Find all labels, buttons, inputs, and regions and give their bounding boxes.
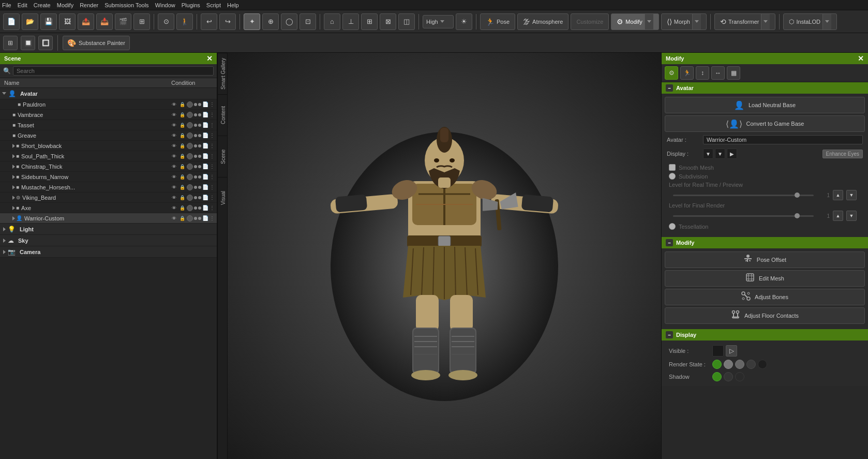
sub-btn-1[interactable]: ⊞ <box>3 36 18 50</box>
material-circle[interactable] <box>187 195 193 201</box>
file-icon[interactable]: 📄 <box>202 132 208 138</box>
undo-button[interactable]: ↩ <box>201 13 217 30</box>
atmosphere-tab[interactable]: 🌫 Atmosphere <box>517 13 568 30</box>
instalod-tab[interactable]: ⬡ InstaLOD <box>783 13 836 30</box>
visibility-icon[interactable]: 👁 <box>170 111 177 119</box>
lock-icon[interactable]: 🔒 <box>178 101 186 108</box>
lock-icon[interactable]: 🔒 <box>178 184 186 191</box>
level-realtime-thumb[interactable] <box>795 193 800 198</box>
list-item[interactable]: ■ Pauldron 👁 🔒 📄 ⋮ <box>0 99 217 110</box>
modify-tab-checker[interactable]: ▦ <box>727 66 740 80</box>
more-icon[interactable]: ⋮ <box>209 143 215 149</box>
edit-mesh-btn[interactable]: Edit Mesh <box>665 270 865 287</box>
content-tab[interactable]: Content <box>218 94 228 136</box>
instalod-tab-arrow[interactable] <box>822 14 831 29</box>
lock-icon[interactable]: 🔒 <box>178 163 186 170</box>
shadow-btn-2[interactable] <box>724 372 733 381</box>
render-slider-down-btn[interactable]: ▼ <box>846 211 857 221</box>
visibility-icon[interactable]: 👁 <box>170 122 177 129</box>
sub-btn-2[interactable]: 🔲 <box>21 36 35 50</box>
sym-tool[interactable]: ⊠ <box>380 13 396 30</box>
material-circle[interactable] <box>187 174 193 180</box>
visual-tab[interactable]: Visual <box>218 177 228 218</box>
file-icon[interactable]: 📄 <box>202 205 208 211</box>
render-state-btn-5[interactable] <box>758 360 767 369</box>
visibility-icon[interactable]: 👁 <box>170 132 177 139</box>
smart-gallery-tab[interactable]: Smart Gallery <box>218 53 228 94</box>
visible-btn-dark[interactable] <box>712 345 724 357</box>
menu-help[interactable]: Help <box>227 2 239 8</box>
menu-window[interactable]: Window <box>155 2 175 8</box>
file-icon[interactable]: 📄 <box>202 215 208 221</box>
import-button[interactable]: 📥 <box>96 13 113 30</box>
display-collapse-btn[interactable]: – <box>666 331 673 338</box>
material-circle[interactable] <box>187 112 193 118</box>
render-button[interactable]: 🎬 <box>115 13 131 30</box>
save-button[interactable]: 💾 <box>40 13 57 30</box>
modify-tab-rotate[interactable]: ↔ <box>711 66 725 80</box>
material-circle[interactable] <box>187 132 193 139</box>
visibility-icon[interactable]: 👁 <box>170 215 177 222</box>
menu-modify[interactable]: Modify <box>57 2 73 8</box>
level-render-slider[interactable] <box>673 215 814 217</box>
subdivision-radio[interactable] <box>669 173 676 180</box>
more-icon[interactable]: ⋮ <box>209 195 215 200</box>
level-render-thumb[interactable] <box>795 213 800 218</box>
slider-up-btn[interactable]: ▲ <box>833 190 843 200</box>
more-icon[interactable]: ⋮ <box>209 101 215 107</box>
menu-plugins[interactable]: Plugins <box>182 2 200 8</box>
more-icon[interactable]: ⋮ <box>209 184 215 190</box>
export-button[interactable]: 📤 <box>78 13 94 30</box>
file-icon[interactable]: 📄 <box>202 174 208 180</box>
quality-dropdown[interactable]: High <box>423 15 454 28</box>
enhance-eyes-btn[interactable]: Enhance Eyes <box>822 150 863 158</box>
menu-submission-tools[interactable]: Submission Tools <box>104 2 148 8</box>
slider-down-btn[interactable]: ▼ <box>846 190 857 200</box>
home-tool[interactable]: ⌂ <box>324 13 340 30</box>
material-circle[interactable] <box>187 215 193 221</box>
sub-btn-3[interactable]: 🔳 <box>38 36 53 50</box>
tessellation-radio[interactable] <box>669 223 676 230</box>
list-item[interactable]: 👤 Warrior-Custom 👁 🔒 📄 ⋮ <box>0 213 217 224</box>
menu-create[interactable]: Create <box>34 2 51 8</box>
visibility-icon[interactable]: 👁 <box>170 184 177 191</box>
file-icon[interactable]: 📄 <box>202 143 208 149</box>
lock-icon[interactable]: 🔒 <box>178 153 186 160</box>
new-button[interactable]: 📄 <box>3 13 20 30</box>
list-item[interactable]: ⊚ Viking_Beard 👁 🔒 📄 ⋮ <box>0 193 217 203</box>
display-btn-2[interactable]: ▼ <box>715 149 725 159</box>
lock-icon[interactable]: 🔒 <box>178 132 186 139</box>
scene-group-avatar[interactable]: 👤 Avatar <box>0 88 217 99</box>
list-item[interactable]: ■ Chinstrap_Thick 👁 🔒 📄 ⋮ <box>0 161 217 172</box>
list-item[interactable]: ■ Sideburns_Narrow 👁 🔒 📄 ⋮ <box>0 172 217 182</box>
scene-group-light[interactable]: 💡 Light <box>0 224 217 235</box>
list-item[interactable]: ■ Tasset 👁 🔒 📄 ⋮ <box>0 120 217 130</box>
customize-tab[interactable]: Customize <box>571 13 609 30</box>
modify-tab-settings[interactable]: ⚙ <box>665 66 678 80</box>
list-item[interactable]: ■ Greave 👁 🔒 📄 ⋮ <box>0 130 217 141</box>
display-btn-3[interactable]: ▶ <box>727 149 737 159</box>
lock-icon[interactable]: 🔒 <box>178 215 186 222</box>
search-input[interactable] <box>13 66 214 76</box>
more-icon[interactable]: ⋮ <box>209 174 215 180</box>
load-neutral-base-btn[interactable]: 👤 Load Neutral Base <box>665 97 865 113</box>
lock-icon[interactable]: 🔒 <box>178 111 186 119</box>
rotate-tool[interactable]: ◯ <box>281 13 297 30</box>
grid-tool[interactable]: ⊞ <box>361 13 378 30</box>
scene-group-sky[interactable]: ☁ Sky <box>0 235 217 246</box>
transformer-tab[interactable]: ⟲ Transformer <box>714 13 776 30</box>
redo-button[interactable]: ↪ <box>219 13 236 30</box>
pose-offset-btn[interactable]: Pose Offset <box>665 251 865 268</box>
adjust-bones-btn[interactable]: Adjust Bones <box>665 289 865 305</box>
visibility-icon[interactable]: 👁 <box>170 101 177 108</box>
list-item[interactable]: ■ Mustache_Horsesh... 👁 🔒 📄 ⋮ <box>0 182 217 193</box>
visibility-icon[interactable]: 👁 <box>170 204 177 212</box>
file-icon[interactable]: 📄 <box>202 122 208 128</box>
viewport[interactable] <box>228 53 661 459</box>
lock-icon[interactable]: 🔒 <box>178 173 186 181</box>
list-item[interactable]: ■ Soul_Path_Thick 👁 🔒 📄 ⋮ <box>0 151 217 161</box>
move-tool[interactable]: ⊕ <box>262 13 279 30</box>
file-icon[interactable]: 📄 <box>202 112 208 117</box>
visibility-icon[interactable]: 👁 <box>170 153 177 160</box>
material-circle[interactable] <box>187 122 193 128</box>
